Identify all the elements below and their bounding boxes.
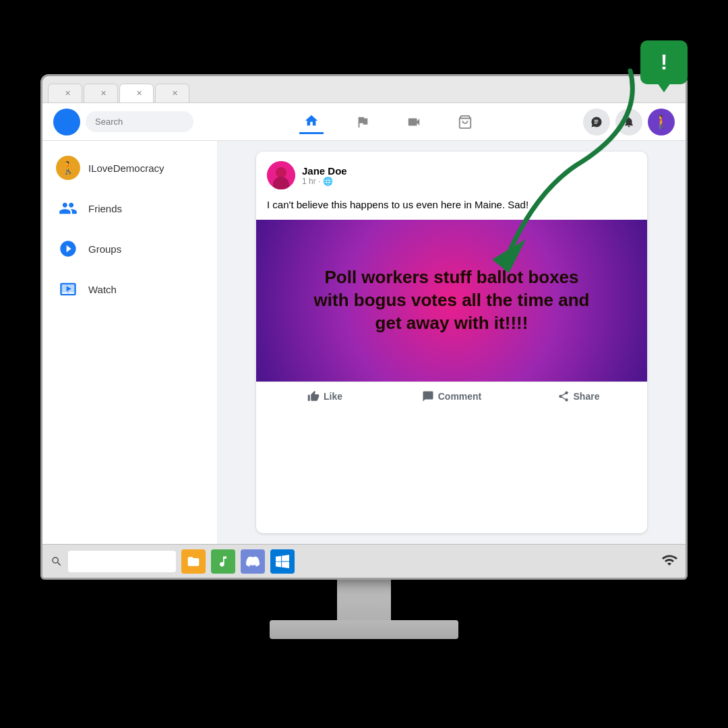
share-button[interactable]: Share (515, 385, 642, 408)
sidebar-item-friends[interactable]: Friends (48, 189, 212, 227)
taskbar-discord-icon[interactable] (241, 549, 265, 574)
svg-marker-0 (492, 239, 526, 273)
facebook-logo[interactable] (53, 109, 80, 135)
monitor-stand-neck (337, 580, 391, 620)
svg-point-2 (276, 167, 286, 178)
alert-exclaim: ! (661, 50, 668, 75)
post-image-text: Poll workers stuff ballot boxes with bog… (310, 266, 593, 334)
search-input[interactable] (86, 111, 193, 132)
taskbar-windows-icon[interactable] (270, 549, 295, 574)
facebook-sidebar: 🚶 ILoveDemocracy Friends Groups (42, 141, 218, 544)
user-sidebar-avatar: 🚶 (56, 156, 80, 180)
tab-4-close[interactable]: ✕ (172, 89, 178, 98)
browser-tab-2[interactable]: ✕ (84, 84, 118, 102)
taskbar-music-icon[interactable] (211, 549, 235, 574)
taskbar-folder-icon[interactable] (181, 549, 206, 574)
user-avatar-button[interactable]: 🚶 (648, 109, 675, 135)
friends-icon (56, 196, 80, 220)
sidebar-item-user[interactable]: 🚶 ILoveDemocracy (48, 149, 212, 187)
post-actions: Like Comment Share (256, 382, 647, 411)
comment-button[interactable]: Comment (388, 385, 515, 408)
wifi-icon (661, 552, 677, 571)
browser-tab-1[interactable]: ✕ (48, 84, 82, 102)
sidebar-watch-label: Watch (88, 284, 117, 295)
sidebar-item-watch[interactable]: Watch (48, 270, 212, 308)
tab-2-close[interactable]: ✕ (100, 89, 107, 98)
post-username: Jane Doe (302, 165, 347, 177)
post-avatar (267, 161, 295, 189)
taskbar (42, 544, 686, 578)
nav-flag-icon[interactable] (351, 110, 375, 134)
sidebar-friends-label: Friends (88, 203, 122, 214)
sidebar-item-groups[interactable]: Groups (48, 230, 212, 268)
share-label: Share (574, 391, 600, 402)
tab-1-close[interactable]: ✕ (65, 89, 71, 98)
post-meta: 1 hr · 🌐 (302, 177, 347, 186)
comment-label: Comment (438, 391, 482, 402)
monitor-stand-base (270, 620, 458, 639)
user-avatar-icon: 🚶 (653, 114, 670, 130)
alert-badge: ! (640, 40, 688, 84)
groups-icon (56, 237, 80, 261)
browser-tab-3[interactable]: ✕ (119, 84, 154, 102)
browser-tab-4[interactable]: ✕ (155, 84, 189, 102)
like-label: Like (324, 391, 342, 402)
sidebar-user-label: ILoveDemocracy (88, 162, 164, 174)
watch-icon (56, 277, 80, 301)
post-user-info: Jane Doe 1 hr · 🌐 (302, 165, 347, 186)
sidebar-groups-label: Groups (88, 243, 121, 255)
nav-video-icon[interactable] (402, 110, 426, 134)
taskbar-search-input[interactable] (68, 551, 176, 572)
tab-3-close[interactable]: ✕ (136, 89, 142, 98)
arrow-annotation (455, 57, 644, 273)
taskbar-search-icon (51, 555, 63, 568)
like-button[interactable]: Like (262, 385, 388, 408)
nav-home-icon[interactable] (299, 110, 324, 134)
